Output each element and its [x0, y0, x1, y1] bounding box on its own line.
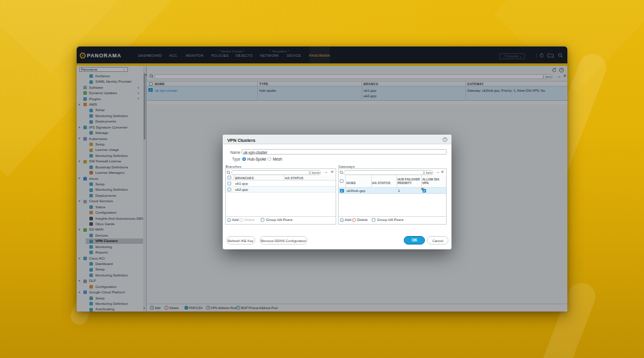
svg-text:?: ?: [444, 138, 446, 141]
svg-text:+: +: [228, 218, 230, 221]
svg-text:+: +: [341, 218, 343, 221]
svg-text:−: −: [241, 218, 243, 221]
svg-text:−: −: [354, 218, 355, 221]
